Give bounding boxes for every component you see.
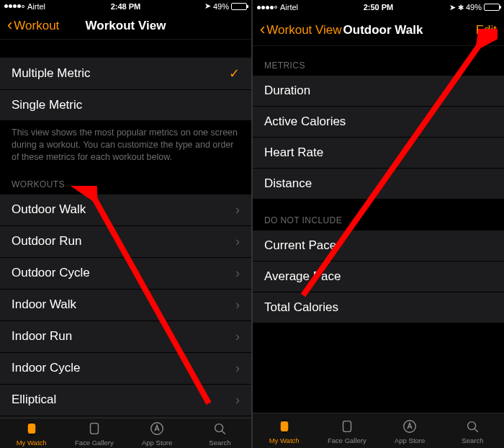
- search-icon: [464, 418, 481, 435]
- tab-face-gallery[interactable]: Face Gallery: [315, 418, 378, 444]
- metric-label: Active Calories: [264, 115, 346, 129]
- chevron-right-icon: ›: [235, 297, 240, 313]
- search-icon: [211, 420, 228, 437]
- metric-option[interactable]: Single Metric: [0, 90, 251, 121]
- battery-icon: [484, 4, 500, 11]
- tab-label: Face Gallery: [75, 439, 114, 447]
- status-bar: Airtel 2:48 PM ➤ 49%: [0, 0, 251, 12]
- chevron-right-icon: ›: [235, 234, 240, 249]
- battery-icon: [231, 3, 247, 10]
- tab-my-watch[interactable]: My Watch: [0, 420, 63, 447]
- check-icon: ✓: [229, 66, 240, 81]
- workout-item-label: Indoor Cycle: [12, 361, 80, 375]
- location-icon: ➤: [449, 3, 456, 12]
- metric-option-label: Multiple Metric: [12, 66, 91, 81]
- metric-label: Average Pace: [264, 269, 341, 284]
- workout-item[interactable]: Indoor Run›: [0, 321, 251, 353]
- workout-item[interactable]: Outdoor Walk›: [0, 194, 251, 226]
- excluded-metric-row[interactable]: Total Calories: [253, 292, 504, 323]
- svg-point-4: [94, 428, 95, 429]
- battery-pct: 49%: [213, 2, 229, 11]
- svg-rect-1: [30, 422, 34, 424]
- metric-label: Heart Rate: [264, 145, 323, 160]
- content: Multiple Metric✓Single Metric This view …: [0, 40, 251, 418]
- back-button[interactable]: ‹ Workout View: [260, 22, 342, 38]
- page-title: Outdoor Walk: [343, 23, 423, 37]
- excluded-metric-row[interactable]: Current Pace: [253, 230, 504, 261]
- tab-search[interactable]: Search: [189, 420, 251, 447]
- back-button[interactable]: ‹ Workout: [7, 18, 59, 34]
- svg-point-15: [468, 421, 476, 429]
- workout-item[interactable]: Indoor Walk›: [0, 290, 251, 321]
- workout-item[interactable]: Elliptical›: [0, 385, 251, 416]
- svg-rect-9: [281, 421, 287, 431]
- tab-label: Search: [462, 436, 483, 444]
- workout-item-label: Outdoor Cycle: [12, 266, 90, 280]
- metric-option-label: Single Metric: [12, 98, 82, 112]
- svg-rect-2: [30, 434, 34, 435]
- chevron-right-icon: ›: [235, 329, 240, 344]
- svg-rect-0: [28, 424, 35, 433]
- tab-app-store[interactable]: App Store: [379, 418, 441, 444]
- workout-item[interactable]: Indoor Cycle›: [0, 353, 251, 385]
- chevron-left-icon: ‹: [260, 22, 265, 37]
- chevron-right-icon: ›: [235, 202, 240, 218]
- chevron-left-icon: ‹: [7, 17, 12, 33]
- battery-pct: 49%: [466, 3, 482, 12]
- workout-item-label: Outdoor Run: [12, 234, 81, 248]
- workout-item[interactable]: Outdoor Cycle›: [0, 258, 251, 290]
- metric-row[interactable]: Duration: [253, 75, 504, 107]
- app-store-icon: [401, 418, 418, 435]
- tab-label: My Watch: [17, 439, 47, 447]
- watch-icon: [23, 420, 40, 437]
- workout-item-label: Indoor Run: [12, 329, 72, 344]
- svg-line-16: [475, 429, 478, 431]
- signal-strength-icon: [4, 4, 24, 8]
- back-label: Workout View: [266, 23, 341, 37]
- watch-icon: [276, 418, 293, 435]
- metric-row[interactable]: Active Calories: [253, 107, 504, 138]
- tab-bar: My WatchFace GalleryApp StoreSearch: [253, 413, 504, 448]
- section-description: This view shows the most popular metrics…: [0, 121, 251, 175]
- workout-item-label: Elliptical: [12, 393, 56, 407]
- signal-strength-icon: [257, 6, 277, 9]
- tab-label: Search: [209, 439, 230, 447]
- carrier-label: Airtel: [27, 2, 45, 11]
- content: METRICS DurationActive CaloriesHeart Rat…: [253, 46, 504, 413]
- nav-bar: ‹ Workout Workout View: [0, 12, 251, 40]
- bluetooth-icon: ✱: [458, 4, 464, 12]
- chevron-right-icon: ›: [235, 361, 240, 376]
- metric-row[interactable]: Distance: [253, 169, 504, 200]
- tab-label: App Store: [142, 439, 172, 447]
- workout-item-label: Outdoor Walk: [12, 202, 86, 217]
- status-bar: Airtel 2:50 PM ➤ ✱ 49%: [253, 0, 504, 14]
- metric-label: Duration: [264, 84, 310, 98]
- app-store-icon: [148, 420, 166, 437]
- svg-line-7: [222, 431, 225, 434]
- chevron-right-icon: ›: [235, 393, 240, 408]
- face-gallery-icon: [86, 420, 103, 437]
- metric-label: Current Pace: [264, 238, 336, 253]
- excluded-metric-row[interactable]: Average Pace: [253, 261, 504, 292]
- tab-face-gallery[interactable]: Face Gallery: [63, 420, 125, 447]
- section-header-exclude: DO NOT INCLUDE: [253, 211, 504, 230]
- metric-label: Total Calories: [264, 300, 338, 315]
- nav-bar: ‹ Workout View Outdoor Walk Edit: [253, 14, 504, 46]
- location-icon: ➤: [204, 1, 211, 11]
- metric-row[interactable]: Heart Rate: [253, 138, 504, 169]
- tab-label: My Watch: [269, 436, 300, 444]
- tab-bar: My WatchFace GalleryApp StoreSearch: [0, 418, 251, 448]
- tab-search[interactable]: Search: [441, 418, 504, 444]
- section-header-workouts: WORKOUTS: [0, 175, 251, 194]
- tab-app-store[interactable]: App Store: [126, 420, 189, 447]
- svg-point-13: [346, 426, 348, 427]
- tab-label: App Store: [395, 436, 425, 444]
- tab-my-watch[interactable]: My Watch: [253, 418, 315, 444]
- metric-label: Distance: [264, 176, 312, 191]
- edit-button[interactable]: Edit: [476, 23, 497, 37]
- svg-point-6: [215, 424, 223, 431]
- metric-option[interactable]: Multiple Metric✓: [0, 57, 251, 90]
- workout-item[interactable]: Outdoor Run›: [0, 226, 251, 258]
- workout-item-label: Indoor Walk: [12, 297, 76, 312]
- carrier-label: Airtel: [280, 3, 298, 12]
